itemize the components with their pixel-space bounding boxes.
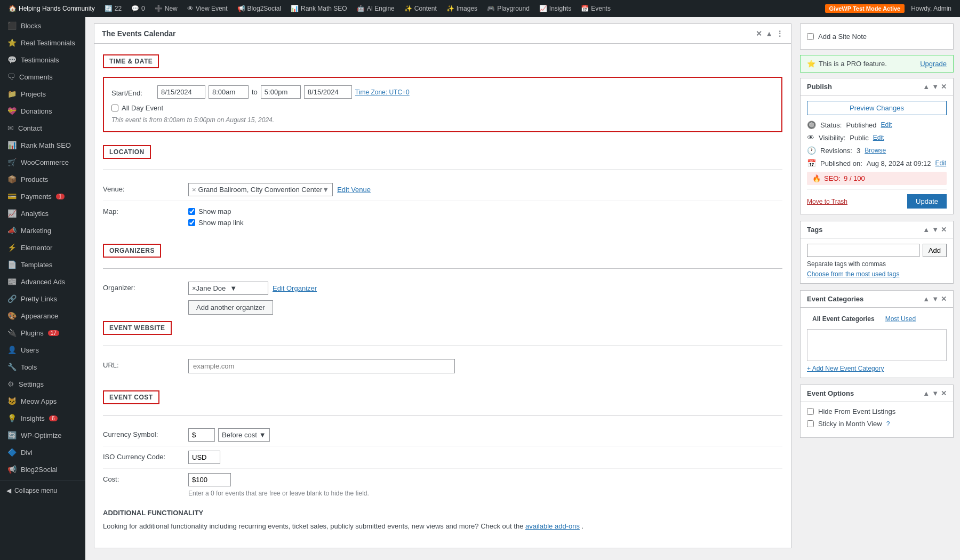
- end-date-input[interactable]: [304, 85, 352, 99]
- upgrade-link[interactable]: Upgrade: [920, 60, 947, 68]
- iso-input[interactable]: [188, 451, 220, 464]
- currency-control: Before cost ▼: [188, 428, 782, 442]
- map-control: Show map Show map link: [188, 205, 782, 227]
- sidebar-item-marketing[interactable]: 📣 Marketing: [0, 222, 85, 239]
- admin-bar-insights[interactable]: 📈 Insights: [535, 0, 575, 17]
- cat-tab-all[interactable]: All Event Categories: [807, 313, 880, 325]
- end-time-input[interactable]: [261, 85, 301, 99]
- cost-input[interactable]: [188, 473, 231, 486]
- admin-bar-new[interactable]: ➕ New: [150, 0, 182, 17]
- sidebar-item-donations[interactable]: 💝 Donations: [0, 102, 85, 119]
- sidebar-item-advanced-ads[interactable]: 📰 Advanced Ads: [0, 273, 85, 290]
- show-map-checkbox[interactable]: [188, 208, 195, 215]
- tags-add-button[interactable]: Add: [923, 244, 947, 257]
- sidebar-item-payments[interactable]: 💳 Payments 1: [0, 188, 85, 205]
- revisions-browse-link[interactable]: Browse: [865, 147, 886, 154]
- add-category-link[interactable]: + Add New Event Category: [807, 365, 884, 372]
- sidebar-item-plugins[interactable]: 🔌 Plugins 17: [0, 324, 85, 341]
- admin-bar-rankmath[interactable]: 📊 Rank Math SEO: [286, 0, 351, 17]
- sticky-in-month-checkbox[interactable]: [807, 420, 814, 427]
- cat-collapse-up-icon[interactable]: ▲: [923, 295, 930, 303]
- sidebar-item-wp-optimize[interactable]: 🔄 WP-Optimize: [0, 427, 85, 444]
- currency-symbol-input[interactable]: [188, 428, 215, 442]
- sidebar-item-tools[interactable]: 🔧 Tools: [0, 358, 85, 375]
- update-button[interactable]: Update: [907, 194, 947, 209]
- sidebar-item-comments[interactable]: 🗨 Comments: [0, 68, 85, 85]
- admin-bar-comments[interactable]: 💬 0: [127, 0, 149, 17]
- sidebar-item-appearance[interactable]: 🎨 Appearance: [0, 307, 85, 324]
- event-options-close-icon[interactable]: ✕: [941, 389, 947, 397]
- admin-bar-ai-engine[interactable]: 🤖 AI Engine: [353, 0, 399, 17]
- venue-select[interactable]: × Grand Ballroom, City Convention Center…: [188, 183, 333, 196]
- hide-from-listings-checkbox[interactable]: [807, 408, 814, 415]
- before-cost-select[interactable]: Before cost ▼: [218, 428, 270, 442]
- preview-changes-button[interactable]: Preview Changes: [807, 101, 947, 115]
- url-input[interactable]: [188, 359, 455, 373]
- sidebar-item-pretty-links[interactable]: 🔗 Pretty Links: [0, 290, 85, 307]
- organizer-remove-icon[interactable]: ×: [192, 284, 196, 292]
- box-menu-icon[interactable]: ⋮: [776, 29, 783, 38]
- cat-tab-most-used[interactable]: Most Used: [880, 313, 921, 325]
- sidebar-item-rankmath[interactable]: 📊 Rank Math SEO: [0, 137, 85, 154]
- tags-close-icon[interactable]: ✕: [941, 226, 947, 234]
- admin-bar-content[interactable]: ✨ Content: [400, 0, 441, 17]
- timezone-link[interactable]: Time Zone: UTC+0: [355, 89, 410, 96]
- admin-bar-playground[interactable]: 🎮 Playground: [483, 0, 534, 17]
- status-edit-link[interactable]: Edit: [881, 121, 892, 129]
- venue-remove-icon[interactable]: ×: [192, 186, 196, 194]
- admin-bar-view-event[interactable]: 👁 View Event: [183, 0, 232, 17]
- published-edit-link[interactable]: Edit: [935, 159, 947, 167]
- sidebar-item-divi[interactable]: 🔷 Divi: [0, 444, 85, 461]
- admin-bar-site-name[interactable]: 🏠 Helping Hands Community: [4, 0, 99, 17]
- tags-collapse-down-icon[interactable]: ▼: [932, 226, 939, 234]
- edit-organizer-link[interactable]: Edit Organizer: [273, 284, 317, 292]
- start-time-input[interactable]: [209, 85, 249, 99]
- sidebar-item-insights[interactable]: 💡 Insights 6: [0, 410, 85, 427]
- event-options-collapse-up-icon[interactable]: ▲: [923, 389, 930, 397]
- add-note-checkbox[interactable]: [807, 33, 814, 40]
- collapse-menu-button[interactable]: ◀ Collapse menu: [0, 483, 85, 499]
- sidebar-item-contact[interactable]: ✉ Contact: [0, 119, 85, 137]
- admin-bar-blog2social[interactable]: 📢 Blog2Social: [233, 0, 285, 17]
- tags-collapse-up-icon[interactable]: ▲: [923, 226, 930, 234]
- sidebar-item-projects[interactable]: 📁 Projects: [0, 85, 85, 102]
- sidebar-item-products[interactable]: 📦 Products: [0, 171, 85, 188]
- admin-bar-updates[interactable]: 🔄 22: [100, 0, 126, 17]
- publish-collapse-down-icon[interactable]: ▼: [932, 83, 939, 91]
- visibility-edit-link[interactable]: Edit: [873, 134, 884, 141]
- event-options-collapse-down-icon[interactable]: ▼: [932, 389, 939, 397]
- tags-most-used-link[interactable]: Choose from the most used tags: [807, 270, 899, 278]
- admin-bar-events[interactable]: 📅 Events: [577, 0, 615, 17]
- admin-bar-images[interactable]: ✨ Images: [442, 0, 482, 17]
- cat-collapse-down-icon[interactable]: ▼: [932, 295, 939, 303]
- start-date-input[interactable]: [157, 85, 205, 99]
- sidebar-item-blog2social[interactable]: 📢 Blog2Social: [0, 461, 85, 478]
- box-collapse-icon[interactable]: ▲: [765, 29, 773, 38]
- sidebar-item-elementor[interactable]: ⚡ Elementor: [0, 239, 85, 256]
- publish-close-icon[interactable]: ✕: [941, 83, 947, 91]
- sidebar-item-templates[interactable]: 📄 Templates: [0, 256, 85, 273]
- sidebar-item-users[interactable]: 👤 Users: [0, 341, 85, 358]
- sidebar-item-woocommerce[interactable]: 🛒 WooCommerce: [0, 154, 85, 171]
- sidebar-item-meow-apps[interactable]: 🐱 Meow Apps: [0, 393, 85, 410]
- organizer-select[interactable]: × Jane Doe ▼: [188, 282, 268, 295]
- sidebar-label-woocommerce: WooCommerce: [21, 158, 69, 166]
- publish-collapse-up-icon[interactable]: ▲: [923, 83, 930, 91]
- show-map-link-checkbox[interactable]: [188, 219, 195, 226]
- cat-close-icon[interactable]: ✕: [941, 295, 947, 303]
- sidebar-item-analytics[interactable]: 📈 Analytics: [0, 205, 85, 222]
- sidebar-item-real-testimonials[interactable]: ⭐ Real Testimonials: [0, 34, 85, 51]
- edit-venue-link[interactable]: Edit Venue: [337, 186, 371, 194]
- wp-optimize-icon: 🔄: [7, 431, 17, 439]
- sidebar-item-settings[interactable]: ⚙ Settings: [0, 375, 85, 393]
- add-organizer-button[interactable]: Add another organizer: [188, 300, 273, 315]
- move-to-trash-link[interactable]: Move to Trash: [807, 198, 847, 205]
- sidebar-item-testimonials[interactable]: 💬 Testimonials: [0, 51, 85, 68]
- sticky-help-icon[interactable]: ?: [886, 420, 890, 428]
- all-day-checkbox[interactable]: [111, 105, 118, 111]
- box-close-icon[interactable]: ✕: [756, 29, 762, 38]
- sidebar-item-blocks[interactable]: ⬛ Blocks: [0, 17, 85, 34]
- blog2social-menu-icon: 📢: [7, 465, 17, 474]
- tags-input[interactable]: [807, 244, 919, 257]
- available-addons-link[interactable]: available add-ons: [525, 522, 580, 530]
